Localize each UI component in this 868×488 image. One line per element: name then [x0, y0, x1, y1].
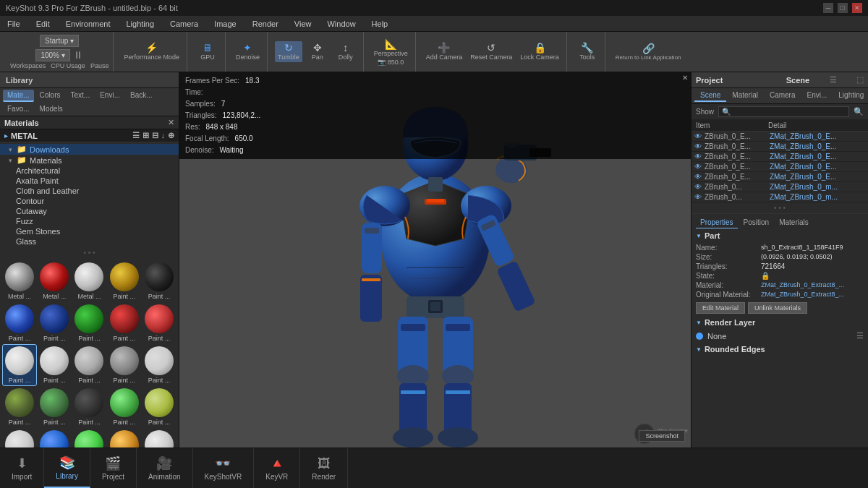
mat-item[interactable]: Paint ... [3, 303, 36, 343]
mat-item[interactable]: Paint ... [38, 303, 71, 343]
menu-file[interactable]: File [4, 18, 23, 30]
mat-item[interactable]: Paint [3, 429, 36, 448]
materials-close-btn[interactable]: ✕ [168, 118, 174, 127]
tree-fuzz[interactable]: Fuzz [0, 216, 179, 226]
tree-architectural[interactable]: Architectural [0, 166, 179, 176]
menu-help[interactable]: Help [369, 18, 391, 30]
scene-row[interactable]: 👁 ZBrush_0_E... ZMat_ZBrush_0_E... [692, 132, 868, 142]
lib-tab-backgrounds[interactable]: Back... [126, 90, 157, 102]
rt-tab-camera[interactable]: Camera [764, 90, 801, 102]
scene-row[interactable]: 👁 ZBrush_0_E... ZMat_ZBrush_0_E... [692, 172, 868, 182]
rt-tab-lighting[interactable]: Lighting [833, 90, 868, 102]
tree-downloads[interactable]: ▾ 📁 Downloads [0, 144, 179, 155]
scene-row[interactable]: 👁 ZBrush_0... ZMat_ZBrush_0_m... [692, 182, 868, 192]
rt-tab-material[interactable]: Material [726, 90, 764, 102]
dolly-btn[interactable]: ↕ Dolly [333, 41, 359, 62]
menu-image[interactable]: Image [211, 18, 239, 30]
edit-material-btn[interactable]: Edit Material [696, 302, 745, 314]
bot-tab-keyshotvr[interactable]: 👓 KeyShotVR [193, 448, 255, 488]
show-search-icon[interactable]: 🔍 [854, 107, 864, 116]
startup-dropdown[interactable]: Startup ▾ [40, 35, 79, 47]
mat-item[interactable]: Paint ... [108, 261, 141, 301]
render-layer-header[interactable]: ▼ Render Layer [696, 318, 864, 327]
section-icon-2[interactable]: ⊞ [142, 131, 149, 140]
gpu-btn[interactable]: 🖥 GPU [195, 41, 221, 62]
zoom-dropdown[interactable]: 100% ▾ [35, 49, 70, 61]
menu-camera[interactable]: Camera [167, 18, 201, 30]
mat-item[interactable]: Paint ... [108, 345, 141, 385]
mat-item[interactable]: Paint ... [142, 303, 176, 343]
bot-tab-render[interactable]: 🖼 Render [300, 448, 348, 488]
tree-contour[interactable]: Contour [0, 196, 179, 206]
screenshot-btn[interactable]: Screenshot [639, 430, 685, 442]
menu-render[interactable]: Render [250, 18, 281, 30]
show-search-input[interactable] [718, 106, 849, 117]
mat-item[interactable]: Paint [108, 429, 141, 448]
bot-tab-import[interactable]: ⬇ Import [0, 448, 44, 488]
prop-tab-properties[interactable]: Properties [696, 217, 738, 228]
mat-item[interactable]: Paint ... [3, 387, 36, 427]
mat-item[interactable]: Paint ... [142, 345, 176, 385]
menu-environment[interactable]: Environment [63, 18, 114, 30]
render-stats-close[interactable]: ✕ [682, 74, 688, 82]
tree-materials[interactable]: ▾ 📁 Materials [0, 155, 179, 166]
mat-item[interactable]: Paint ... [72, 345, 106, 385]
section-icon-1[interactable]: ☰ [132, 131, 140, 140]
viewport[interactable]: ✕ Frames Per Sec: 18.3 Time: Samples: 7 … [179, 72, 691, 448]
performance-mode-btn[interactable]: ⚡ Performance Mode [121, 41, 182, 62]
lock-camera-btn[interactable]: 🔒 Lock Camera [517, 41, 562, 62]
tree-gem[interactable]: Gem Stones [0, 226, 179, 236]
mat-item[interactable]: Paint [72, 429, 106, 448]
panel-expand-btn[interactable]: ⬚ [856, 75, 864, 85]
prop-tab-materials[interactable]: Materials [775, 217, 813, 228]
perspective-btn[interactable]: 📐 Perspective [371, 38, 411, 59]
tree-cutaway[interactable]: Cutaway [0, 206, 179, 216]
mat-item[interactable]: Metal ... [38, 261, 71, 301]
menu-view[interactable]: View [292, 18, 315, 30]
tumble-btn[interactable]: ↻ Tumble [275, 41, 302, 62]
menu-lighting[interactable]: Lighting [123, 18, 157, 30]
tools-btn[interactable]: 🔧 Tools [574, 41, 600, 62]
section-icon-3[interactable]: ⊟ [152, 131, 158, 140]
bot-tab-animation[interactable]: 🎥 Animation [137, 448, 192, 488]
pause-btn[interactable]: ⏸ [73, 49, 83, 61]
eye-icon[interactable]: 👁 [694, 173, 702, 181]
maximize-btn[interactable]: □ [838, 3, 848, 13]
lib-tab-materials[interactable]: Mate... [3, 90, 34, 102]
mat-item[interactable]: Paint ... [38, 345, 71, 385]
scene-row[interactable]: 👁 ZBrush_0_E... ZMat_ZBrush_0_E... [692, 162, 868, 172]
mat-item[interactable]: Metal ... [3, 261, 36, 301]
prop-tab-position[interactable]: Position [739, 217, 774, 228]
mat-item[interactable]: Paint ... [72, 303, 106, 343]
panel-menu-btn[interactable]: ☰ [830, 75, 837, 85]
denoise-btn[interactable]: ✦ Denoise [233, 41, 263, 62]
mat-item[interactable]: Paint ... [142, 261, 176, 301]
scene-row[interactable]: 👁 ZBrush_0... ZMat_ZBrush_0_m... [692, 192, 868, 202]
menu-window[interactable]: Window [324, 18, 358, 30]
tree-axalta[interactable]: Axalta Paint [0, 176, 179, 186]
eye-icon[interactable]: 👁 [694, 132, 702, 140]
titlebar-controls[interactable]: ─ □ ✕ [823, 3, 862, 13]
mat-item[interactable]: Paint ... [38, 387, 71, 427]
mat-item[interactable]: Paint ... [3, 345, 36, 385]
mat-item[interactable]: Metal ... [72, 261, 106, 301]
rt-tab-environment[interactable]: Envi... [801, 90, 833, 102]
scene-row[interactable]: 👁 ZBrush_0_E... ZMat_ZBrush_0_E... [692, 142, 868, 152]
mat-item[interactable]: Paint ... [108, 303, 141, 343]
render-layer-menu[interactable]: ☰ [856, 331, 864, 341]
lib-tab-favorites[interactable]: Favo... [3, 103, 34, 114]
section-icon-4[interactable]: ↓ [161, 131, 166, 140]
eye-icon[interactable]: 👁 [694, 142, 702, 150]
close-btn[interactable]: ✕ [852, 3, 862, 13]
part-section-header[interactable]: ▼ Part [696, 231, 864, 240]
tree-glass[interactable]: Glass [0, 236, 179, 247]
mat-item[interactable]: Paint ... [72, 387, 106, 427]
lib-tab-environments[interactable]: Envi... [95, 90, 124, 102]
mat-item[interactable]: Paint [38, 429, 71, 448]
tree-cloth[interactable]: Cloth and Leather [0, 186, 179, 196]
section-icon-5[interactable]: ⊕ [168, 131, 174, 140]
bot-tab-library[interactable]: 📚 Library [44, 448, 90, 488]
rounded-edges-header[interactable]: ▼ Rounded Edges [696, 345, 864, 354]
lib-tab-textures[interactable]: Text... [66, 90, 94, 102]
rt-tab-scene[interactable]: Scene [694, 90, 726, 102]
